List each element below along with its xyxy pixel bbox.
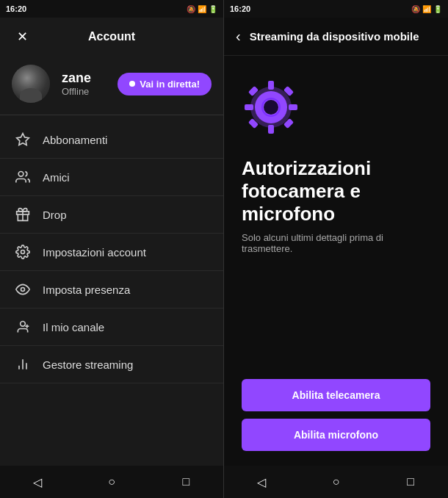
status-bar-right: 16:20 🔕 📶 🔋 bbox=[224, 0, 448, 18]
left-panel: 16:20 🔕 📶 🔋 ✕ Account zane Offline bbox=[0, 0, 224, 498]
status-icons-right: 🔕 📶 🔋 bbox=[336, 5, 449, 13]
svg-rect-14 bbox=[268, 125, 274, 134]
menu-label-subscriptions: Abbonamenti bbox=[43, 134, 107, 146]
permission-info: Autorizzazioni fotocamera e microfono So… bbox=[242, 78, 430, 254]
mute-icon: 🔕 bbox=[187, 5, 195, 13]
menu-label-friends: Amici bbox=[43, 171, 70, 184]
signal-icons-right: 🔕 📶 🔋 bbox=[411, 5, 442, 13]
permission-subtitle: Solo alcuni ultimi dettagli prima di tra… bbox=[242, 232, 430, 254]
enable-mic-button[interactable]: Abilita microfono bbox=[242, 419, 430, 451]
svg-point-1 bbox=[18, 172, 24, 177]
svg-marker-0 bbox=[17, 134, 29, 145]
svg-point-4 bbox=[21, 250, 25, 254]
user-info: zane Offline bbox=[62, 71, 106, 97]
svg-rect-16 bbox=[289, 104, 297, 110]
svg-point-22 bbox=[264, 100, 278, 115]
right-recent-nav[interactable]: □ bbox=[394, 466, 427, 498]
go-live-button[interactable]: Vai in diretta! bbox=[118, 73, 212, 95]
right-title: Streaming da dispositivo mobile bbox=[250, 30, 419, 43]
menu-list: Abbonamenti Amici Drop Impostazioni acco… bbox=[0, 115, 223, 466]
people-icon bbox=[15, 169, 31, 185]
svg-rect-13 bbox=[268, 81, 274, 90]
close-button[interactable]: ✕ bbox=[12, 26, 32, 47]
back-button[interactable]: ‹ bbox=[236, 28, 241, 45]
time-left: 16:20 bbox=[0, 4, 112, 13]
battery-icon-right: 🔋 bbox=[433, 5, 442, 13]
left-nav-bar: ◁ ○ □ bbox=[0, 466, 223, 498]
action-buttons: Abilita telecamera Abilita microfono bbox=[242, 379, 430, 451]
right-nav-bar: ◁ ○ □ bbox=[224, 466, 448, 498]
right-back-nav[interactable]: ◁ bbox=[245, 466, 278, 498]
battery-icon: 🔋 bbox=[209, 5, 217, 13]
app-container: 16:20 🔕 📶 🔋 ✕ Account zane Offline bbox=[0, 0, 448, 498]
status-icons-left: 🔕 📶 🔋 bbox=[112, 5, 223, 13]
live-button-label: Vai in diretta! bbox=[140, 79, 200, 90]
signal-icons-left: 🔕 📶 🔋 bbox=[187, 5, 217, 13]
star-icon bbox=[15, 131, 31, 148]
menu-item-drop[interactable]: Drop bbox=[0, 196, 223, 234]
left-recent-nav[interactable]: □ bbox=[170, 466, 202, 498]
menu-label-account-settings: Impostazioni account bbox=[43, 246, 146, 259]
right-header: ‹ Streaming da dispositivo mobile bbox=[224, 18, 448, 56]
left-back-nav[interactable]: ◁ bbox=[21, 466, 54, 498]
avatar-image bbox=[12, 65, 50, 103]
permission-icon bbox=[242, 78, 300, 137]
user-section: zane Offline Vai in diretta! bbox=[0, 56, 223, 115]
menu-label-presence: Imposta presenza bbox=[43, 284, 130, 296]
user-status: Offline bbox=[62, 86, 106, 97]
svg-rect-15 bbox=[245, 104, 253, 110]
enable-camera-button[interactable]: Abilita telecamera bbox=[242, 379, 430, 411]
menu-label-my-channel: Il mio canale bbox=[43, 321, 104, 333]
clock-right: 16:20 bbox=[230, 4, 250, 13]
right-content: Autorizzazioni fotocamera e microfono So… bbox=[224, 56, 448, 466]
clock-left: 16:20 bbox=[6, 4, 26, 13]
chart-icon bbox=[15, 356, 31, 372]
menu-item-friends[interactable]: Amici bbox=[0, 159, 223, 196]
menu-item-streaming-manager[interactable]: Gestore streaming bbox=[0, 346, 223, 383]
left-home-nav[interactable]: ○ bbox=[95, 466, 128, 498]
permission-text-block: Autorizzazioni fotocamera e microfono So… bbox=[242, 157, 430, 254]
gear-icon bbox=[15, 244, 31, 260]
gift-icon bbox=[15, 206, 31, 223]
status-bar-left: 16:20 🔕 📶 🔋 bbox=[0, 0, 223, 18]
eye-icon bbox=[15, 281, 31, 297]
left-header: ✕ Account bbox=[0, 18, 223, 56]
signal-icon-right: 📶 bbox=[422, 5, 431, 13]
time-right: 16:20 bbox=[224, 4, 336, 13]
menu-item-my-channel[interactable]: Il mio canale bbox=[0, 308, 223, 346]
left-title: Account bbox=[88, 30, 135, 43]
menu-label-drop: Drop bbox=[43, 209, 67, 221]
right-home-nav[interactable]: ○ bbox=[319, 466, 352, 498]
menu-item-presence[interactable]: Imposta presenza bbox=[0, 271, 223, 308]
person-plus-icon bbox=[15, 319, 31, 335]
permission-title: Autorizzazioni fotocamera e microfono bbox=[242, 157, 430, 226]
live-indicator bbox=[129, 81, 135, 87]
svg-point-5 bbox=[21, 288, 25, 292]
menu-item-account-settings[interactable]: Impostazioni account bbox=[0, 234, 223, 271]
avatar bbox=[12, 65, 50, 103]
menu-label-streaming-manager: Gestore streaming bbox=[43, 358, 133, 371]
svg-point-6 bbox=[21, 322, 26, 327]
right-panel: 16:20 🔕 📶 🔋 ‹ Streaming da dispositivo m… bbox=[224, 0, 448, 498]
username: zane bbox=[62, 71, 106, 86]
menu-item-subscriptions[interactable]: Abbonamenti bbox=[0, 121, 223, 159]
mute-icon-right: 🔕 bbox=[411, 5, 420, 13]
signal-icon: 📶 bbox=[198, 5, 206, 13]
